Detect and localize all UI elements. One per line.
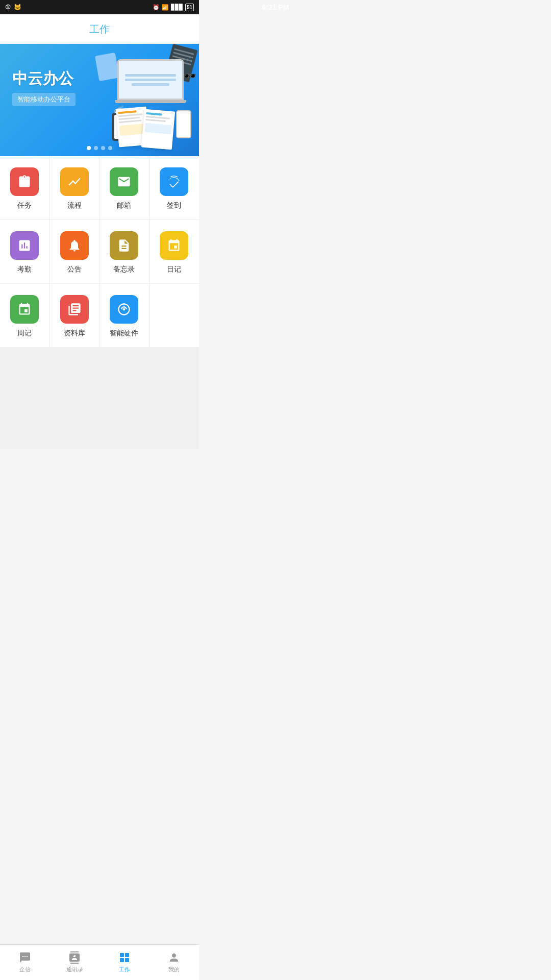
dot-1[interactable] xyxy=(87,146,91,150)
grid-item-empty xyxy=(149,284,199,347)
library-label: 资料库 xyxy=(64,329,85,338)
hardware-icon xyxy=(117,302,131,316)
weekly-icon-box xyxy=(10,295,39,324)
notice-icon-box xyxy=(60,231,89,260)
weekly-label: 周记 xyxy=(17,329,32,338)
grid-row-3: 周记 资料库 智能硬件 xyxy=(0,284,199,347)
nav-contacts[interactable]: 通讯录 xyxy=(50,945,100,980)
status-icon2: 🐱 xyxy=(14,4,21,11)
nav-work[interactable]: 工作 xyxy=(99,945,149,980)
work-icon xyxy=(118,951,131,964)
grid-item-memo[interactable]: 备忘录 xyxy=(99,220,149,283)
task-icon xyxy=(17,175,32,189)
diary-icon xyxy=(167,238,181,253)
flow-icon xyxy=(67,175,82,189)
memo-icon-box xyxy=(110,231,138,260)
flow-icon-box xyxy=(60,167,89,196)
grid-item-attend[interactable]: 考勤 xyxy=(0,220,50,283)
page-title: 工作 xyxy=(89,23,110,35)
mail-icon-box xyxy=(110,167,138,196)
bottom-nav: 企信 通讯录 工作 我的 xyxy=(0,944,199,980)
memo-label: 备忘录 xyxy=(113,265,135,274)
diary-label: 日记 xyxy=(167,265,181,274)
banner-dots xyxy=(87,146,112,150)
grid-item-library[interactable]: 资料库 xyxy=(50,284,100,347)
memo-icon xyxy=(117,238,131,253)
nav-contacts-label: 通讯录 xyxy=(66,966,83,973)
bottom-spacer xyxy=(0,449,199,485)
grid-item-task[interactable]: 任务 xyxy=(0,156,50,219)
dot-2[interactable] xyxy=(94,146,98,150)
status-left: ① 🐱 xyxy=(5,4,21,11)
nav-work-label: 工作 xyxy=(119,966,130,973)
status-right: ⏰ 📶 ▊▊▊ 51 xyxy=(153,4,194,11)
glasses-deco: 🕶️ xyxy=(183,69,196,83)
hardware-icon-box xyxy=(110,295,138,324)
attend-icon xyxy=(17,238,32,253)
svg-rect-0 xyxy=(120,953,124,957)
nav-chat-label: 企信 xyxy=(19,966,31,973)
svg-rect-1 xyxy=(125,953,129,957)
checkin-label: 签到 xyxy=(167,201,181,210)
laptop-deco xyxy=(117,59,184,103)
banner-title: 中云办公 xyxy=(12,69,76,88)
app-grid: 任务 流程 邮箱 签到 考勤 xyxy=(0,156,199,347)
page-header: 工作 xyxy=(0,14,199,44)
banner-subtitle: 智能移动办公平台 xyxy=(12,93,76,106)
weekly-icon xyxy=(17,302,32,316)
signal-icon: ▊▊▊ xyxy=(171,4,183,11)
attend-label: 考勤 xyxy=(17,265,32,274)
grid-row-1: 任务 流程 邮箱 签到 xyxy=(0,156,199,220)
battery-indicator: 51 xyxy=(185,4,194,11)
nav-mine[interactable]: 我的 xyxy=(149,945,199,980)
status-circle: ① xyxy=(5,4,11,11)
grid-item-checkin[interactable]: 签到 xyxy=(149,156,199,219)
wifi-icon: 📶 xyxy=(162,4,169,11)
banner-decoration: 🕶️ ☕ xyxy=(77,44,199,156)
library-icon xyxy=(67,302,82,316)
task-icon-box xyxy=(10,167,39,196)
chat-icon xyxy=(19,951,31,964)
calculator-deco xyxy=(95,53,119,81)
grid-item-mail[interactable]: 邮箱 xyxy=(99,156,149,219)
library-icon-box xyxy=(60,295,89,324)
nav-mine-label: 我的 xyxy=(168,966,180,973)
grid-item-notice[interactable]: 公告 xyxy=(50,220,100,283)
svg-rect-2 xyxy=(120,958,124,962)
dot-3[interactable] xyxy=(101,146,105,150)
dot-4[interactable] xyxy=(108,146,112,150)
empty-area xyxy=(0,347,199,449)
checkin-icon xyxy=(167,175,181,189)
nav-chat[interactable]: 企信 xyxy=(0,945,50,980)
checkin-icon-box xyxy=(160,167,188,196)
grid-item-diary[interactable]: 日记 xyxy=(149,220,199,283)
attend-icon-box xyxy=(10,231,39,260)
flow-label: 流程 xyxy=(67,201,82,210)
grid-item-flow[interactable]: 流程 xyxy=(50,156,100,219)
alarm-icon: ⏰ xyxy=(153,4,160,11)
paper2-deco xyxy=(141,109,175,150)
banner-text: 中云办公 智能移动办公平台 xyxy=(12,69,76,106)
mine-icon xyxy=(168,951,180,964)
contacts-icon xyxy=(68,951,81,964)
mail-icon xyxy=(117,175,131,189)
grid-row-2: 考勤 公告 备忘录 日记 xyxy=(0,220,199,284)
diary-icon-box xyxy=(160,231,188,260)
hardware-label: 智能硬件 xyxy=(110,329,138,338)
grid-item-hardware[interactable]: 智能硬件 xyxy=(99,284,149,347)
notice-icon xyxy=(67,238,82,253)
task-label: 任务 xyxy=(17,201,32,210)
banner[interactable]: 中云办公 智能移动办公平台 🕶️ ☕ xyxy=(0,44,199,156)
status-bar: ① 🐱 6:31 PM ⏰ 📶 ▊▊▊ 51 xyxy=(0,0,199,14)
grid-item-weekly[interactable]: 周记 xyxy=(0,284,50,347)
notice-label: 公告 xyxy=(67,265,82,274)
phone-deco xyxy=(176,110,191,138)
mail-label: 邮箱 xyxy=(117,201,131,210)
svg-rect-3 xyxy=(125,958,129,962)
